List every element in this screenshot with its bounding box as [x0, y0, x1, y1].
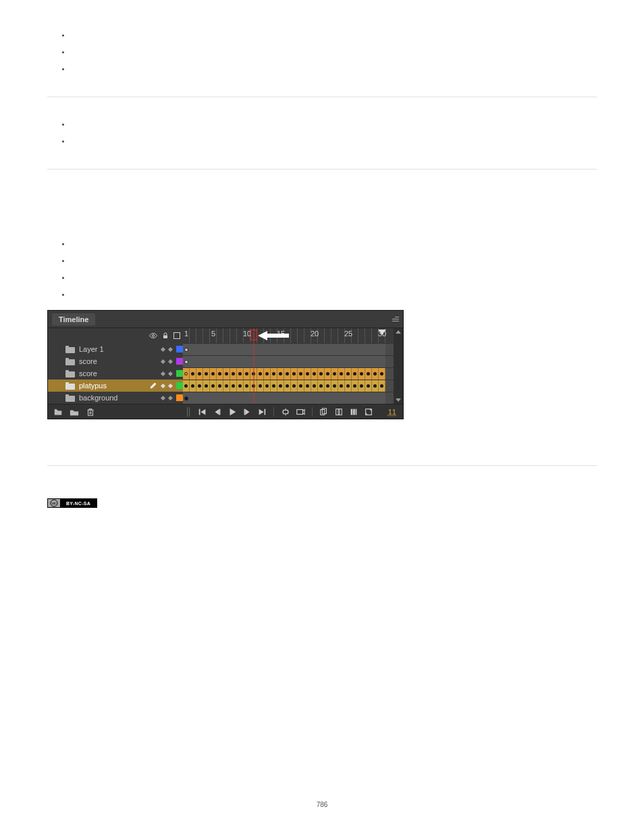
track-row[interactable] [183, 392, 403, 404]
delete-icon[interactable] [86, 407, 95, 417]
frame-cell[interactable] [230, 380, 237, 392]
frame-cell[interactable] [257, 380, 264, 392]
frame-cell[interactable] [190, 380, 196, 392]
visibility-dot[interactable] [161, 383, 165, 388]
layer-row[interactable]: platypus [48, 380, 183, 392]
visibility-dot[interactable] [161, 371, 165, 375]
frame-cell[interactable] [237, 380, 244, 392]
frame-cell[interactable] [257, 368, 264, 380]
lock-dot[interactable] [168, 383, 173, 388]
frame-cell[interactable] [183, 368, 190, 380]
visibility-dot[interactable] [161, 395, 165, 400]
keyframe-hollow[interactable] [184, 360, 188, 364]
frame-cell[interactable] [291, 380, 298, 392]
frame-cell[interactable] [291, 368, 298, 380]
frame-cell[interactable] [358, 368, 365, 380]
frame-cell[interactable] [338, 368, 345, 380]
layer-row[interactable]: background [48, 392, 183, 404]
onion-markers-icon[interactable] [334, 407, 344, 417]
onion-skin-icon[interactable] [319, 407, 329, 417]
frame-cell[interactable] [217, 380, 223, 392]
frame-cell[interactable] [298, 380, 304, 392]
frame-cell[interactable] [284, 368, 291, 380]
timeline-end-marker[interactable] [378, 330, 386, 335]
cc-license-badge[interactable]: cc BY-NC-SA [47, 498, 97, 508]
lock-icon[interactable] [161, 332, 169, 340]
edit-multiple-frames-icon[interactable] [349, 407, 358, 417]
loop-icon[interactable] [296, 407, 305, 417]
panel-menu-icon[interactable] [388, 315, 399, 324]
modify-markers-icon[interactable] [364, 407, 373, 417]
step-forward-icon[interactable] [242, 407, 252, 417]
frame-cell[interactable] [379, 368, 385, 380]
frame-cell[interactable] [298, 368, 304, 380]
track-row[interactable] [183, 355, 403, 367]
layer-color-swatch[interactable] [176, 370, 183, 377]
frame-cell[interactable] [196, 380, 203, 392]
frame-cell[interactable] [304, 380, 311, 392]
frame-cell[interactable] [325, 380, 331, 392]
frame-cell[interactable] [331, 368, 338, 380]
keyframe-solid[interactable] [184, 396, 188, 400]
frame-cell[interactable] [379, 380, 385, 392]
layer-color-swatch[interactable] [176, 346, 183, 353]
frame-cell[interactable] [331, 380, 338, 392]
frame-cell[interactable] [304, 368, 311, 380]
frame-cell[interactable] [230, 368, 237, 380]
frame-cell[interactable] [210, 380, 217, 392]
frame-cell[interactable] [223, 368, 230, 380]
track-row[interactable] [183, 343, 403, 355]
frame-cell[interactable] [210, 368, 217, 380]
frame-cell[interactable] [271, 380, 277, 392]
outline-toggle-icon[interactable] [173, 332, 180, 339]
layer-color-swatch[interactable] [176, 358, 183, 365]
keyframe-hollow[interactable] [184, 348, 188, 352]
frame-cell[interactable] [196, 368, 203, 380]
frame-cell[interactable] [264, 368, 271, 380]
frame-cell[interactable] [365, 368, 372, 380]
frame-cell[interactable] [352, 368, 358, 380]
frame-cell[interactable] [203, 380, 210, 392]
play-icon[interactable] [227, 407, 237, 417]
frame-cell[interactable] [358, 380, 365, 392]
frame-cell[interactable] [338, 380, 345, 392]
frame-cell[interactable] [372, 368, 379, 380]
frame-cell[interactable] [345, 368, 352, 380]
frame-cell[interactable] [217, 368, 223, 380]
frame-cell[interactable] [277, 380, 284, 392]
new-layer-icon[interactable] [53, 407, 63, 417]
frame-cell[interactable] [365, 380, 372, 392]
scroll-up-icon[interactable] [396, 330, 401, 334]
visibility-dot[interactable] [161, 359, 165, 363]
new-folder-icon[interactable] [70, 407, 79, 417]
frame-cell[interactable] [190, 368, 196, 380]
frame-cell[interactable] [277, 368, 284, 380]
frame-cell[interactable] [244, 380, 250, 392]
lock-dot[interactable] [168, 346, 173, 351]
frame-cell[interactable] [223, 380, 230, 392]
frame-cell[interactable] [203, 368, 210, 380]
frame-cell[interactable] [264, 380, 271, 392]
frame-cell[interactable] [325, 368, 331, 380]
layer-color-swatch[interactable] [176, 382, 183, 389]
layer-row[interactable]: score [48, 355, 183, 367]
layer-row[interactable]: Layer 1 [48, 343, 183, 355]
layer-row[interactable]: score [48, 367, 183, 380]
lock-dot[interactable] [168, 371, 173, 375]
frame-cell[interactable] [311, 380, 318, 392]
frame-cell[interactable] [271, 368, 277, 380]
timeline-tab[interactable]: Timeline [52, 313, 95, 325]
lock-dot[interactable] [168, 395, 173, 400]
current-frame-display[interactable]: 11 [388, 408, 396, 416]
center-frame-icon[interactable] [281, 407, 290, 417]
frame-cell[interactable] [284, 380, 291, 392]
scroll-down-icon[interactable] [396, 398, 401, 402]
layer-color-swatch[interactable] [176, 394, 183, 401]
frame-cell[interactable] [318, 368, 325, 380]
track-row[interactable] [183, 380, 403, 392]
frame-cell[interactable] [372, 380, 379, 392]
playhead[interactable] [250, 330, 257, 340]
track-row[interactable] [183, 367, 403, 380]
frame-cell[interactable] [244, 368, 250, 380]
frame-cell[interactable] [183, 380, 190, 392]
